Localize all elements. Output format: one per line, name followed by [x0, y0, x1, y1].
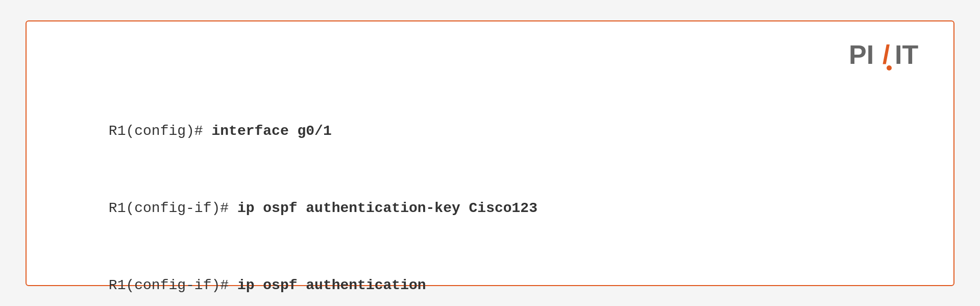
main-card: PI / IT R1(config)# interface g0/1 R1(co…	[26, 20, 954, 286]
code-prefix-1: R1(config)#	[109, 123, 212, 139]
code-prefix-3: R1(config-if)#	[109, 277, 237, 293]
logo: PI / IT	[849, 36, 930, 74]
logo-slash: /	[883, 40, 890, 69]
code-command-2: ip ospf authentication-key Cisco123	[237, 200, 537, 216]
code-command-1: interface g0/1	[211, 123, 331, 139]
code-prefix-2: R1(config-if)#	[109, 200, 237, 216]
code-line-1: R1(config)# interface g0/1	[57, 93, 923, 170]
code-block: R1(config)# interface g0/1 R1(config-if)…	[57, 93, 923, 307]
code-line-3: R1(config-if)# ip ospf authentication	[57, 247, 923, 306]
code-command-3: ip ospf authentication	[237, 277, 426, 293]
code-line-2: R1(config-if)# ip ospf authentication-ke…	[57, 170, 923, 247]
logo-svg: PI / IT	[849, 36, 930, 72]
logo-it: IT	[895, 40, 918, 69]
logo-dot	[887, 65, 892, 70]
logo-piv: PI	[849, 40, 874, 69]
